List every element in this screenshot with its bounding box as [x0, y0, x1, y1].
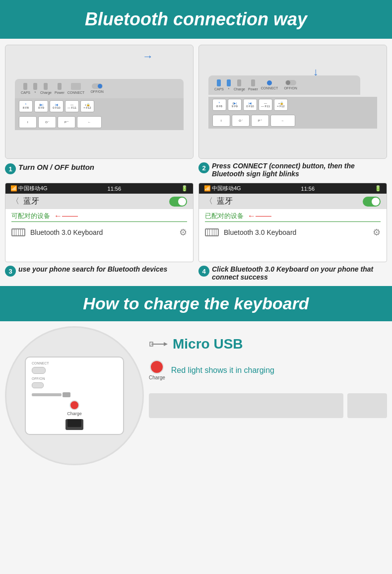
toggle-switch [92, 83, 103, 89]
charge-label: Charge [149, 375, 165, 380]
key-f12-2: +🔒= F12 [274, 99, 288, 111]
bluetooth-toggle[interactable] [169, 197, 187, 207]
key-o-2: O ' [232, 115, 250, 127]
phone-nav-3: 〈 蓝牙 [5, 194, 193, 209]
red-dot-container: Charge [149, 360, 165, 380]
usb-port-visual [65, 419, 83, 430]
step-3-number: 3 [5, 266, 16, 277]
signal-icon: 📶 [10, 185, 17, 192]
bar-row-1 [149, 393, 387, 418]
off-on-text: OFF/ON [32, 377, 117, 380]
step-4-phone: 📶 中国移动4G 11:56 🔋 〈 蓝牙 已配对的设备 ←—— [198, 183, 387, 262]
signal-icon-4: 📶 [204, 185, 211, 192]
kb-buttons-row [32, 367, 117, 374]
settings-gear-icon[interactable]: ⚙ [179, 227, 187, 238]
key-f12: +🔒= F12 [80, 100, 94, 112]
usb-cable-row [32, 392, 117, 397]
key-f11-2: —— F11 [259, 99, 272, 111]
usb-icon [149, 338, 169, 350]
key-f9: (▶|9 F9 [34, 100, 48, 112]
step-2-label: 2 Press CONNECT (connect) button, then t… [198, 162, 387, 178]
back-button-4[interactable]: 〈 [205, 196, 213, 207]
charging-image: CONNECT OFF/ON Charge [5, 326, 144, 465]
keyboard-body: CONNECT OFF/ON Charge [25, 357, 124, 435]
red-indicator-dot [150, 360, 164, 374]
charge-indicator-visual: Charge [32, 400, 117, 416]
offon-row [32, 382, 117, 388]
step-3-phone: 📶 中国移动4G 11:56 🔋 〈 蓝牙 可配对的设备 ←—— [5, 183, 194, 262]
phone-statusbar-4: 📶 中国移动4G 11:56 🔋 [199, 183, 387, 194]
connect-button-visual [32, 367, 46, 374]
key-backspace-2: ← [270, 115, 295, 127]
key-f10: |◀0 F10 [50, 100, 64, 112]
time-label-4: 11:56 [301, 186, 315, 192]
carrier-info: 📶 中国移动4G [10, 185, 48, 192]
step-3-label: 3 use your phone search for Bluetooth de… [5, 265, 194, 277]
charging-banner: How to charge the keyboard [0, 286, 392, 321]
keyboard-device-icon [11, 228, 25, 236]
key-o: O ' [38, 116, 56, 128]
key-f10-2: |◀0 F10 [243, 99, 257, 111]
charge-indicator-2 [237, 79, 241, 86]
paired-section: 已配对的设备 ←—— [199, 209, 387, 221]
step-3-col: 📶 中国移动4G 11:56 🔋 〈 蓝牙 可配对的设备 ←—— [5, 183, 194, 281]
step-2-keyboard-image: ↓ CAPS * Charge [198, 45, 387, 159]
paired-label: 已配对的设备 [205, 212, 244, 220]
power-indicator-2 [251, 79, 255, 86]
kb-side-labels: CONNECT [32, 361, 117, 365]
caps-indicator [23, 83, 27, 90]
key-i: I [19, 116, 37, 128]
arrow-red-icon-4: ←—— [248, 212, 271, 220]
step-4-col: 📶 中国移动4G 11:56 🔋 〈 蓝牙 已配对的设备 ←—— [198, 183, 387, 281]
back-button[interactable]: 〈 [11, 196, 19, 207]
star-indicator-2 [227, 79, 231, 86]
usb-icon-row: Micro USB [149, 336, 387, 352]
nav-title-4: 蓝牙 [217, 196, 233, 207]
step-2-number: 2 [198, 162, 209, 173]
key-f8-2: *8 F8 [212, 99, 226, 111]
bluetooth-toggle-4[interactable] [363, 197, 381, 207]
device-name-4: Bluetooth 3.0 Keyboard [224, 228, 368, 236]
battery-icon-4: 🔋 [375, 185, 382, 192]
step2-keyboard-top-wrapper: ↓ CAPS * Charge [208, 75, 377, 95]
power-indicator [58, 83, 62, 90]
star-indicator [33, 83, 37, 90]
settings-gear-icon-4[interactable]: ⚙ [373, 227, 381, 238]
offon-button-visual [32, 382, 44, 388]
connect-dot-lit [267, 80, 272, 85]
carrier-label-4: 中国移动4G [212, 185, 241, 192]
key-f9-2: (▶|9 F9 [228, 99, 242, 111]
key-p-2: P " [251, 115, 269, 127]
step2-keyboard-top: CAPS * Charge Power [208, 75, 360, 95]
available-section: 可配对的设备 ←—— [5, 209, 193, 221]
header-banner: Bluetooth connection way [0, 0, 392, 39]
device-name-3: Bluetooth 3.0 Keyboard [30, 228, 174, 236]
carrier-info-4: 📶 中国移动4G [204, 185, 241, 192]
red-light-row: Charge Red light shows it in charging [149, 360, 387, 380]
phone-nav-4: 〈 蓝牙 [199, 194, 387, 209]
battery-icon: 🔋 [181, 185, 188, 192]
placeholder-bar-2 [347, 393, 387, 418]
arrow-right-icon: → [142, 50, 153, 63]
step-1-number: 1 [5, 163, 16, 174]
charging-title: How to charge the keyboard [5, 294, 387, 313]
step-2-text: Press CONNECT (connect) button, then the… [212, 162, 387, 178]
step-4-label: 4 Click Bluetooth 3.0 Keyboard on your p… [198, 265, 387, 281]
keyboard-device-icon-4 [205, 228, 219, 236]
red-light-text: Red light shows it in charging [171, 366, 274, 375]
charge-indicator [44, 83, 48, 90]
step-1-keyboard-image: → CAPS * Charge Power [5, 45, 194, 159]
keyboard-row-2: I O ' P " ← [15, 114, 184, 130]
red-charge-dot [69, 400, 79, 410]
step-3-text: use your phone search for Bluetooth devi… [18, 265, 194, 273]
phone-statusbar-3: 📶 中国移动4G 11:56 🔋 [5, 183, 193, 194]
step-4-text: Click Bluetooth 3.0 Keyboard on your pho… [212, 265, 387, 281]
usb-cable-visual [32, 393, 62, 396]
charging-section: CONNECT OFF/ON Charge [0, 326, 392, 465]
usb-symbol [149, 338, 169, 350]
toggle-dot [98, 84, 102, 88]
device-row-4[interactable]: Bluetooth 3.0 Keyboard ⚙ [199, 222, 387, 243]
micro-usb-section: Micro USB [149, 336, 387, 352]
device-row-3: Bluetooth 3.0 Keyboard ⚙ [5, 222, 193, 243]
charging-info: Micro USB Charge Red light shows it in c… [149, 326, 387, 418]
